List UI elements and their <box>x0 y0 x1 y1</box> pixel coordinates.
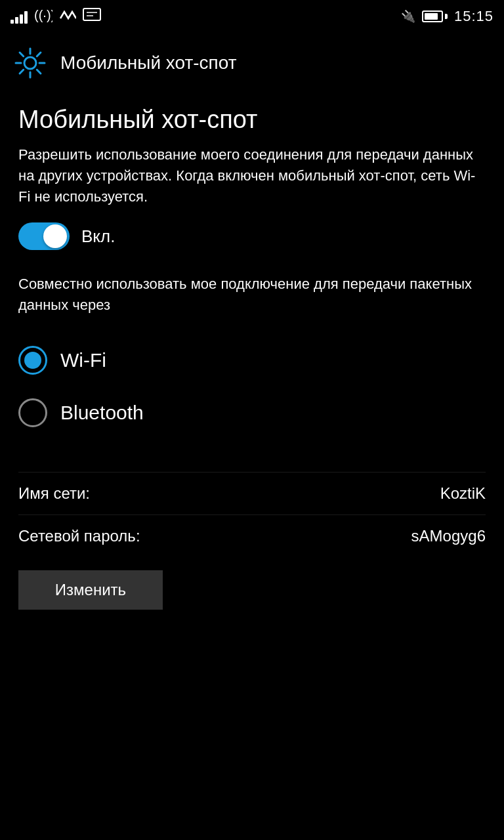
share-description: Совместно использовать мое подключение д… <box>18 274 486 316</box>
status-left: ((·)) <box>10 8 101 26</box>
wifi-radio-label: Wi-Fi <box>60 349 106 371</box>
wifi-radio-circle <box>18 346 47 375</box>
network-name-value: KoztiK <box>440 484 486 503</box>
connection-type-group: Wi-Fi Bluetooth <box>18 334 486 439</box>
time-display: 15:15 <box>454 8 494 25</box>
hotspot-toggle[interactable] <box>18 222 70 250</box>
battery-icon <box>422 10 448 22</box>
plug-icon: 🔌 <box>401 9 415 24</box>
password-value: sAMogyg6 <box>411 527 486 545</box>
svg-line-10 <box>37 70 41 74</box>
network-info: Имя сети: KoztiK Сетевой пароль: sAMogyg… <box>18 465 486 610</box>
signal-icon <box>10 9 28 24</box>
message-icon <box>83 8 101 25</box>
bluetooth-option[interactable]: Bluetooth <box>18 387 486 439</box>
toggle-row: Вкл. <box>18 222 486 250</box>
gear-icon <box>13 46 47 80</box>
svg-point-4 <box>24 57 36 69</box>
main-content: Мобильный хот-спот Разрешить использован… <box>0 93 504 623</box>
wifi-option[interactable]: Wi-Fi <box>18 334 486 387</box>
bluetooth-radio-circle <box>18 398 47 427</box>
svg-line-12 <box>20 70 24 74</box>
svg-text:((·)): ((·)) <box>34 8 52 22</box>
network-name-label: Имя сети: <box>18 484 90 503</box>
edit-button[interactable]: Изменить <box>18 570 163 610</box>
zigzag-icon <box>59 9 76 25</box>
toggle-label: Вкл. <box>81 226 115 247</box>
status-right: 🔌 15:15 <box>401 8 494 25</box>
toggle-knob <box>43 224 67 248</box>
svg-line-9 <box>20 52 24 56</box>
app-header: Мобильный хот-спот <box>0 33 504 93</box>
password-label: Сетевой пароль: <box>18 527 140 545</box>
svg-line-11 <box>37 52 41 56</box>
bluetooth-radio-label: Bluetooth <box>60 402 144 424</box>
page-description: Разрешить использование моего соединения… <box>18 144 486 207</box>
page-title: Мобильный хот-спот <box>18 106 486 134</box>
status-bar: ((·)) 🔌 15:15 <box>0 0 504 33</box>
wifi-radio-inner <box>24 352 41 369</box>
radio-waves-icon: ((·)) <box>34 8 52 26</box>
network-name-row: Имя сети: KoztiK <box>18 472 486 514</box>
password-row: Сетевой пароль: sAMogyg6 <box>18 514 486 557</box>
svg-rect-1 <box>83 9 100 20</box>
app-title: Мобильный хот-спот <box>60 52 237 74</box>
